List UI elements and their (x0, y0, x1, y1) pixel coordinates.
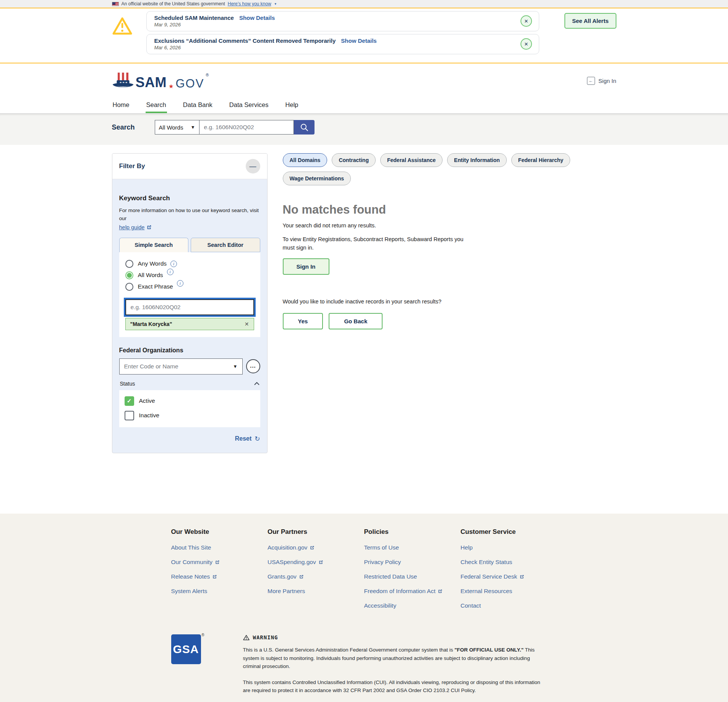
info-icon[interactable]: i (167, 269, 173, 275)
footer-col-our-partners: Our Partners Acquisition.gov USASpending… (268, 528, 364, 617)
minus-icon: — (250, 162, 256, 170)
nav-item-help[interactable]: Help (285, 98, 299, 113)
help-guide-label: help guide (119, 224, 145, 230)
keyword-chip: "Marta Korycka" ✕ (125, 318, 254, 330)
sam-gov-logo[interactable]: ★ ★ ★ SAM ★ GOV ® (112, 72, 209, 89)
domain-tab-federal-hierarchy[interactable]: Federal Hierarchy (511, 153, 570, 167)
domain-tab-contracting[interactable]: Contracting (332, 153, 376, 167)
footer-link-foia[interactable]: Freedom of Information Act (364, 588, 461, 595)
warning-text-bold: "FOR OFFICIAL USE ONLY." (454, 647, 524, 653)
search-strip: Search All Words ▼ (0, 113, 728, 145)
federal-org-placeholder: Enter Code or Name (124, 363, 178, 370)
domain-tab-wage-determinations[interactable]: Wage Determinations (283, 172, 351, 185)
more-options-button[interactable]: ... (246, 359, 260, 373)
gsa-registered-mark: ® (201, 633, 204, 637)
footer-link-label: Acquisition.gov (268, 544, 307, 551)
footer-col-policies: Policies Terms of Use Privacy Policy Res… (364, 528, 461, 617)
alert-date: Mar 6, 2026 (154, 45, 377, 50)
footer-link-more-partners[interactable]: More Partners (268, 588, 364, 595)
footer-link-external-resources[interactable]: External Resources (460, 588, 557, 595)
search-mode-value: All Words (159, 124, 183, 131)
caret-down-icon: ▼ (233, 364, 238, 369)
results-area: All Domains Contracting Federal Assistan… (283, 153, 616, 329)
info-icon[interactable]: i (170, 261, 177, 267)
external-link-icon (212, 574, 217, 579)
uncle-sam-hat-icon: ★ ★ ★ (112, 72, 134, 89)
radio-all-words[interactable] (125, 271, 133, 279)
footer-link-usaspending-gov[interactable]: USASpending.gov (268, 559, 364, 566)
alert-close-button[interactable]: ✕ (520, 38, 532, 50)
footer-link-check-entity-status[interactable]: Check Entity Status (460, 559, 557, 566)
footer-link-system-alerts[interactable]: System Alerts (171, 588, 268, 595)
federal-organizations-heading: Federal Organizations (119, 347, 260, 354)
footer-link-contact[interactable]: Contact (460, 602, 557, 609)
go-back-button[interactable]: Go Back (329, 313, 383, 329)
checkbox-active-label[interactable]: Active (139, 397, 155, 404)
radio-all-words-label[interactable]: All Words (138, 272, 163, 279)
nav-item-data-services[interactable]: Data Services (229, 98, 269, 113)
help-guide-link[interactable]: help guide (119, 224, 152, 230)
footer-link-restricted-data-use[interactable]: Restricted Data Use (364, 573, 461, 580)
sign-in-button[interactable]: Sign In (283, 258, 329, 275)
footer-link-our-community[interactable]: Our Community (171, 559, 268, 566)
search-button[interactable] (294, 120, 315, 135)
footer-col-heading: Our Website (171, 528, 268, 536)
footer-link-terms-of-use[interactable]: Terms of Use (364, 544, 461, 551)
alert-close-button[interactable]: ✕ (520, 15, 532, 27)
nav-item-search[interactable]: Search (146, 98, 167, 113)
radio-any-words-label[interactable]: Any Words (138, 260, 167, 267)
footer-link-privacy-policy[interactable]: Privacy Policy (364, 559, 461, 566)
federal-org-select[interactable]: Enter Code or Name ▼ (119, 358, 243, 375)
external-link-icon (318, 560, 323, 565)
footer-link-about-this-site[interactable]: About This Site (171, 544, 268, 551)
tab-simple-search[interactable]: Simple Search (119, 238, 189, 252)
domain-tab-federal-assistance[interactable]: Federal Assistance (380, 153, 443, 167)
footer-link-accessibility[interactable]: Accessibility (364, 602, 461, 609)
sign-in-link[interactable]: ← Sign In (587, 77, 616, 85)
footer-link-release-notes[interactable]: Release Notes (171, 573, 268, 580)
info-icon[interactable]: i (177, 280, 183, 287)
domain-tabs: All Domains Contracting Federal Assistan… (283, 153, 616, 185)
footer-link-label: Accessibility (364, 602, 396, 609)
see-all-alerts-button[interactable]: See All Alerts (564, 13, 616, 29)
show-details-link[interactable]: Show Details (239, 15, 275, 21)
status-section-toggle[interactable]: Status (120, 381, 259, 387)
warning-triangle-icon (112, 16, 133, 36)
nav-item-home[interactable]: Home (112, 98, 130, 113)
no-results-text: Your search did not return any results. (283, 222, 616, 229)
search-input[interactable] (199, 120, 294, 135)
search-mode-select[interactable]: All Words ▼ (155, 120, 199, 135)
radio-any-words[interactable] (125, 260, 133, 268)
footer-link-help[interactable]: Help (460, 544, 557, 551)
yes-button[interactable]: Yes (283, 313, 323, 329)
radio-exact-phrase-label[interactable]: Exact Phrase (138, 283, 173, 290)
footer-link-grants-gov[interactable]: Grants.gov (268, 573, 364, 580)
footer-link-label: USASpending.gov (268, 559, 316, 566)
checkbox-inactive-label[interactable]: Inactive (139, 412, 159, 419)
footer-col-heading: Our Partners (268, 528, 364, 536)
reset-icon[interactable]: ↻ (255, 435, 260, 443)
chevron-down-icon: ▾ (275, 2, 277, 6)
keyword-input[interactable] (125, 299, 254, 315)
caret-down-icon: ▼ (191, 125, 195, 130)
checkbox-active[interactable]: ✓ (125, 396, 134, 406)
footer-link-acquisition-gov[interactable]: Acquisition.gov (268, 544, 364, 551)
warning-small-icon (243, 635, 250, 640)
collapse-filters-button[interactable]: — (246, 159, 260, 173)
remove-chip-icon[interactable]: ✕ (245, 321, 249, 327)
check-icon: ✓ (127, 397, 132, 404)
nav-item-data-bank[interactable]: Data Bank (182, 98, 213, 113)
show-details-link[interactable]: Show Details (341, 37, 376, 44)
radio-exact-phrase[interactable] (125, 283, 133, 291)
how-you-know-link[interactable]: Here’s how you know (228, 1, 271, 6)
reset-filters-link[interactable]: Reset (235, 435, 252, 442)
main-nav: Home Search Data Bank Data Services Help (0, 98, 728, 113)
footer-link-label: Our Community (171, 559, 213, 566)
footer-link-federal-service-desk[interactable]: Federal Service Desk (460, 573, 557, 580)
domain-tab-entity-information[interactable]: Entity Information (447, 153, 507, 167)
domain-tab-all-domains[interactable]: All Domains (283, 153, 328, 167)
external-link-icon (215, 560, 220, 565)
close-icon: ✕ (524, 18, 528, 24)
checkbox-inactive[interactable] (125, 411, 134, 420)
tab-search-editor[interactable]: Search Editor (191, 238, 260, 252)
